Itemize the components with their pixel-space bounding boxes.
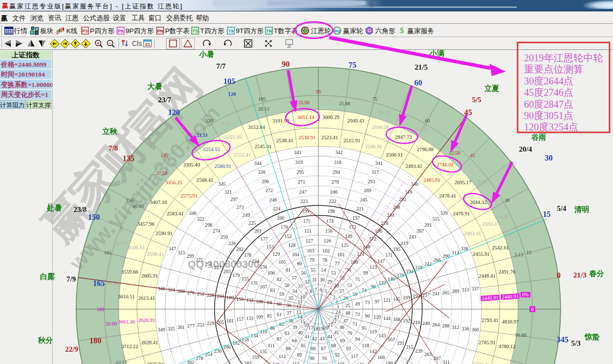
svg-text:37: 37	[287, 310, 292, 316]
svg-text:195: 195	[393, 246, 400, 252]
svg-text:2785.91: 2785.91	[479, 340, 495, 345]
svg-text:9.38: 9.38	[478, 179, 487, 185]
svg-text:151: 151	[305, 228, 312, 234]
svg-text:135: 135	[123, 154, 134, 162]
svg-text:360: 360	[472, 327, 479, 332]
svg-text:3254.55: 3254.55	[203, 147, 220, 152]
svg-text:谷雨: 谷雨	[531, 133, 546, 141]
svg-text:时间=20190104: 时间=20190104	[1, 71, 45, 78]
svg-text:50.00: 50.00	[106, 321, 117, 326]
svg-text:322: 322	[197, 216, 205, 222]
svg-text:203: 203	[223, 269, 231, 274]
svg-text:317: 317	[371, 169, 379, 175]
svg-text:113: 113	[292, 361, 300, 364]
svg-text:323: 323	[177, 250, 185, 255]
svg-text:春分: 春分	[589, 269, 604, 278]
svg-text:104: 104	[292, 252, 300, 257]
svg-text:87: 87	[277, 336, 282, 342]
svg-text:302: 302	[187, 360, 194, 364]
svg-text:46.88: 46.88	[107, 281, 118, 286]
svg-text:6.25: 6.25	[500, 214, 509, 219]
svg-text:128: 128	[288, 243, 296, 248]
svg-text:27: 27	[340, 288, 345, 294]
svg-text:2542.61: 2542.61	[492, 245, 509, 250]
svg-text:2440.91: 2440.91	[482, 295, 499, 301]
svg-text:95: 95	[361, 325, 366, 331]
svg-text:计算支撑: 计算支撑	[26, 102, 51, 109]
svg-text:19: 19	[318, 326, 323, 331]
svg-text:345: 345	[219, 181, 226, 187]
svg-text:107: 107	[260, 284, 267, 289]
svg-text:3051.14: 3051.14	[298, 115, 315, 120]
svg-text:2538.41: 2538.41	[276, 138, 293, 143]
svg-text:247: 247	[299, 189, 306, 195]
svg-text:77: 77	[335, 261, 340, 266]
svg-text:96.88: 96.88	[515, 332, 526, 338]
svg-text:3356.25: 3356.25	[165, 180, 182, 185]
svg-text:109: 109	[256, 314, 263, 320]
svg-text:152: 152	[284, 234, 292, 239]
svg-text:166: 166	[377, 355, 385, 360]
svg-text:168: 168	[393, 317, 400, 322]
svg-text:7/9: 7/9	[66, 275, 76, 283]
svg-text:131: 131	[251, 280, 258, 285]
svg-text:65: 65	[301, 343, 306, 348]
svg-text:266: 266	[434, 257, 441, 263]
svg-text:183: 183	[244, 361, 252, 364]
svg-text:2746.02: 2746.02	[437, 162, 453, 167]
svg-text:245: 245	[360, 197, 367, 202]
svg-text:81: 81	[286, 267, 291, 273]
svg-text:311: 311	[442, 360, 450, 364]
svg-text:239: 239	[415, 348, 423, 354]
svg-text:64: 64	[292, 338, 297, 343]
svg-text:计算阻力: 计算阻力	[0, 102, 25, 109]
svg-text:63: 63	[285, 330, 290, 336]
svg-text:25: 25	[346, 303, 350, 308]
svg-text:3305.40: 3305.40	[183, 162, 200, 167]
svg-text:291: 291	[425, 222, 432, 228]
svg-text:82: 82	[277, 277, 282, 282]
svg-text:30: 30	[545, 154, 553, 162]
svg-text:23/7: 23/7	[158, 96, 172, 104]
svg-text:349: 349	[158, 327, 165, 332]
svg-text:201: 201	[255, 228, 262, 234]
svg-text:21/3: 21/3	[573, 271, 587, 279]
svg-text:21.88: 21.88	[339, 101, 350, 106]
svg-text:5/4: 5/4	[557, 204, 567, 212]
svg-text:267: 267	[417, 228, 424, 234]
svg-text:192: 192	[403, 318, 410, 324]
svg-text:重要点位测算: 重要点位测算	[524, 64, 583, 75]
svg-text:197: 197	[352, 215, 360, 221]
svg-text:43: 43	[320, 336, 325, 341]
svg-text:289: 289	[452, 288, 459, 294]
svg-text:295: 295	[297, 169, 304, 175]
svg-text:298: 298	[205, 222, 212, 228]
svg-text:290: 290	[442, 253, 450, 259]
svg-text:2440.91: 2440.91	[502, 293, 519, 300]
svg-text:153: 153	[266, 244, 274, 249]
svg-text:263: 263	[424, 352, 432, 357]
svg-text:191: 191	[397, 340, 404, 346]
svg-text:165: 165	[93, 279, 105, 287]
svg-text:48: 48	[346, 310, 350, 316]
svg-text:85: 85	[267, 313, 272, 319]
svg-text:190: 190	[385, 361, 393, 364]
svg-text:75: 75	[355, 277, 360, 282]
svg-text:254: 254	[205, 352, 213, 357]
svg-text:90度3051点: 90度3051点	[524, 110, 573, 121]
svg-text:158: 158	[242, 337, 249, 342]
svg-text:241: 241	[432, 291, 439, 296]
svg-text:立秋: 立秋	[102, 127, 118, 135]
svg-text:33: 33	[298, 283, 303, 288]
svg-text:313: 313	[462, 287, 469, 292]
svg-text:31.25: 31.25	[220, 121, 231, 126]
svg-text:80: 80	[297, 261, 302, 266]
svg-text:2568.41: 2568.41	[196, 177, 213, 183]
svg-text:75: 75	[372, 96, 377, 102]
svg-text:2560.91: 2560.91	[215, 163, 231, 169]
svg-text:269: 269	[364, 188, 371, 193]
svg-text:321: 321	[224, 189, 232, 195]
svg-text:293: 293	[368, 179, 375, 184]
svg-text:3: 3	[333, 294, 335, 300]
svg-text:249: 249	[242, 212, 250, 218]
